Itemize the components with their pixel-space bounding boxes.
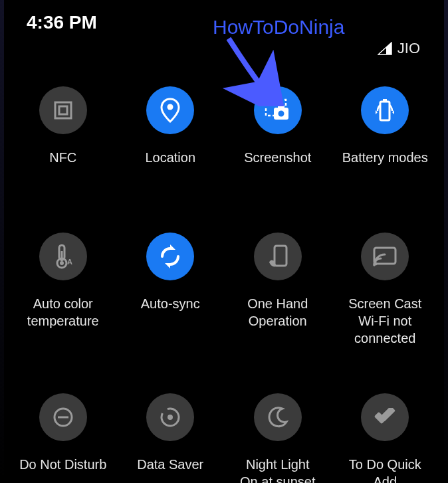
decorative-edge bbox=[0, 0, 4, 483]
tile-label: Night Light On at sunset bbox=[237, 456, 318, 483]
tile-label: Auto-sync bbox=[138, 295, 203, 312]
thermometer-icon: A bbox=[39, 233, 87, 280]
tile-screenshot[interactable]: Screenshot bbox=[224, 86, 332, 186]
svg-rect-5 bbox=[278, 105, 284, 109]
tile-label: Screen Cast Wi-Fi not connected bbox=[332, 295, 439, 347]
tile-location[interactable]: Location bbox=[117, 86, 225, 186]
clock-time: 4:36 PM bbox=[27, 12, 97, 33]
check-icon bbox=[361, 393, 409, 441]
screenshot-icon bbox=[254, 86, 302, 134]
quick-settings-grid: NFC Location Screenshot bbox=[0, 73, 448, 483]
nfc-icon bbox=[39, 86, 87, 134]
data-saver-icon bbox=[146, 393, 194, 441]
tile-battery-modes[interactable]: Battery modes bbox=[332, 86, 439, 186]
carrier-label: JIO bbox=[397, 40, 420, 57]
status-bar: 4:36 PM JIO bbox=[0, 0, 448, 73]
tile-label: One Hand Operation bbox=[245, 295, 310, 330]
tile-label: Auto color temperature bbox=[25, 295, 102, 330]
tile-label: Data Saver bbox=[134, 456, 206, 473]
tile-one-hand-operation[interactable]: One Hand Operation bbox=[224, 233, 332, 347]
sync-icon bbox=[146, 233, 194, 280]
decorative-edge bbox=[444, 0, 448, 483]
svg-point-13 bbox=[60, 261, 64, 265]
svg-text:A: A bbox=[67, 258, 72, 266]
quick-settings-panel: 4:36 PM JIO HowToDoNinja bbox=[0, 0, 448, 483]
one-hand-icon bbox=[254, 233, 302, 280]
svg-rect-0 bbox=[55, 102, 71, 118]
tile-label: Do Not Disturb bbox=[17, 456, 109, 473]
svg-rect-8 bbox=[383, 99, 387, 102]
tile-label: To Do Quick Add bbox=[346, 456, 424, 483]
svg-point-24 bbox=[168, 415, 173, 420]
dnd-icon bbox=[39, 393, 87, 441]
tile-label: Screenshot bbox=[241, 149, 314, 166]
signal-icon bbox=[378, 42, 392, 55]
tile-auto-sync[interactable]: Auto-sync bbox=[117, 233, 225, 347]
signal-row: JIO bbox=[378, 40, 424, 57]
location-icon bbox=[146, 86, 194, 134]
moon-icon bbox=[254, 393, 302, 441]
svg-marker-17 bbox=[165, 263, 170, 268]
tile-label: Location bbox=[142, 149, 198, 166]
svg-rect-19 bbox=[374, 248, 395, 264]
svg-point-6 bbox=[278, 111, 284, 117]
tile-data-saver[interactable]: Data Saver bbox=[117, 393, 225, 483]
tile-label: NFC bbox=[47, 149, 79, 166]
svg-marker-16 bbox=[170, 244, 175, 250]
tile-todo-quick-add[interactable]: To Do Quick Add bbox=[332, 393, 439, 483]
status-right: JIO bbox=[378, 12, 424, 57]
svg-rect-1 bbox=[59, 106, 67, 114]
svg-rect-18 bbox=[275, 246, 286, 266]
battery-icon bbox=[361, 86, 409, 134]
tile-screen-cast[interactable]: Screen Cast Wi-Fi not connected bbox=[332, 233, 439, 347]
svg-rect-7 bbox=[380, 102, 390, 120]
tile-label: Battery modes bbox=[340, 149, 431, 166]
tile-do-not-disturb[interactable]: Do Not Disturb bbox=[9, 393, 117, 483]
svg-point-2 bbox=[168, 104, 173, 110]
tile-nfc[interactable]: NFC bbox=[9, 86, 117, 186]
svg-point-20 bbox=[374, 262, 378, 266]
tile-auto-color-temperature[interactable]: A Auto color temperature bbox=[9, 233, 117, 347]
cast-icon bbox=[361, 233, 409, 280]
tile-night-light[interactable]: Night Light On at sunset bbox=[224, 393, 332, 483]
